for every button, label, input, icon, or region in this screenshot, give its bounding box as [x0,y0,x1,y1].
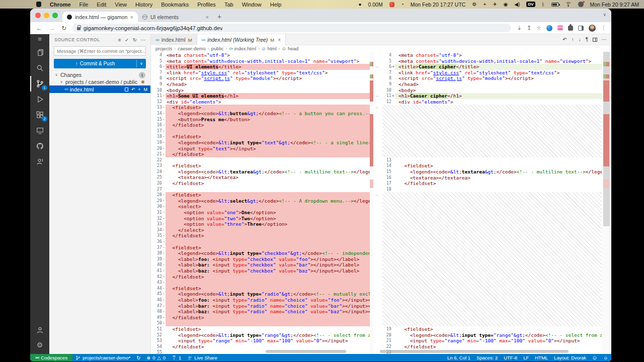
activity-item-remote-explorer[interactable] [30,123,49,138]
status-item-layout[interactable]: Layout: Dvorak [551,354,589,361]
zoom-window-button[interactable] [52,13,58,18]
code-line[interactable]: 51 <fieldset> [151,326,373,332]
editor-tab-working-tree[interactable]: <> index.html (Working Tree) M × [197,34,286,45]
move-icon[interactable]: + [483,2,486,7]
code-line[interactable]: 32- <option value="two">Two</option> [151,216,373,222]
menu-edit[interactable]: Edit [97,2,106,8]
code-line[interactable]: 4<meta charset="utf-8"> [381,52,611,58]
breadcrumb-item-projects[interactable]: projects [155,46,172,51]
diff-revert-arrow-icon[interactable]: → [374,64,379,70]
activity-item-run-debug[interactable] [30,92,49,107]
breadcrumb-item-public[interactable]: public [211,46,224,51]
code-line[interactable]: 19 <fieldset> [381,326,611,332]
more-actions-icon[interactable]: ⋯ [141,37,146,43]
code-line[interactable]: 20 <legend><code>&lt;input type="range"&… [381,332,611,338]
menu-history[interactable]: History [135,2,152,8]
code-line[interactable]: 31- <option value="one">One</option> [151,210,373,216]
problems-indicator[interactable]: ⊗0 △0 [143,354,169,361]
activity-item-settings[interactable]: ⚙ [30,337,49,352]
code-line[interactable]: 14- <legend><code>&lt;button&gt;</code><… [151,111,373,117]
menu-chrome[interactable]: Chrome [50,2,71,8]
diff-revert-arrow-icon[interactable]: → [374,93,379,99]
forward-button[interactable]: → [49,25,55,32]
menu-view[interactable]: View [115,2,127,8]
activity-item-explorer[interactable] [30,45,49,60]
activity-item-source-control[interactable]: 1 [30,76,49,92]
code-line[interactable]: 9</head> [381,81,611,87]
menu-window[interactable]: Window [242,2,262,8]
minimize-window-button[interactable] [44,13,49,18]
next-change-icon[interactable]: ↓ [579,37,581,42]
code-line[interactable]: 43- [151,280,373,286]
code-line[interactable]: 15 <legend><code>&lt;textarea&gt;</code>… [381,169,611,175]
editor-tab-index-html[interactable]: <> index.html M [151,34,197,45]
bookmark-star-icon[interactable]: ☆ [536,25,541,31]
previous-change-icon[interactable]: ↑ [572,37,574,42]
menu-bookmarks[interactable]: Bookmarks [161,2,189,8]
remote-indicator[interactable]: >< Codespaces [30,354,72,361]
code-line[interactable]: 14 <fieldset> [381,163,611,169]
side-panel-icon[interactable] [578,26,584,31]
code-line[interactable]: 41- <label>baz: <input type="checkbox" v… [151,268,373,274]
code-line[interactable]: 53 <input type="range" min="-100" max="1… [151,338,373,344]
code-line[interactable]: 5<meta content="width=device-width,initi… [151,58,373,64]
play-circle-icon[interactable]: ◉ [504,2,508,7]
code-line[interactable]: 21- </fieldset> [151,151,373,157]
code-line[interactable]: 8<script src="script.js" type="module"><… [151,75,373,81]
code-line[interactable]: 21 <input type="range" min="-100" max="1… [381,338,611,344]
horizontal-scrollbar-left[interactable] [266,350,346,353]
back-button[interactable]: ← [36,25,42,32]
modified-overview-ruler[interactable] [602,52,611,354]
activity-item-extensions[interactable]: 2 [30,107,49,123]
status-item-lf[interactable]: LF [520,354,532,361]
code-line[interactable]: 11+<h1>Caeser cipher</h1> [381,93,611,99]
code-line[interactable]: 22 </fieldset> [381,344,611,350]
code-line[interactable]: 18- <fieldset> [151,134,373,140]
profile-avatar[interactable] [589,25,596,32]
code-line[interactable]: 35- </fieldset> [151,233,373,239]
extension-blue-icon[interactable] [546,25,552,31]
code-line[interactable]: 28- <fieldset> [151,192,373,198]
wifi-icon[interactable] [566,2,572,7]
code-line[interactable]: 10<body> [151,87,373,94]
open-file-icon[interactable] [125,87,128,92]
activity-item-menu[interactable]: ≡ [30,34,49,43]
status-item-spaces[interactable]: Spaces: 2 [473,354,501,361]
code-line[interactable]: 27 [151,187,373,193]
code-line[interactable]: 12<div id="elements"> [381,99,611,105]
code-line[interactable]: 40- <label>bar: <input type="checkbox" v… [151,262,373,268]
browser-menu-icon[interactable]: ⋮ [601,25,606,31]
menu-file[interactable]: File [79,2,89,8]
diff-revert-arrow-icon[interactable]: → [374,192,379,198]
commit-dropdown-chevron[interactable]: ∨ [137,59,146,68]
code-line[interactable]: 22 [151,157,373,163]
activity-item-github[interactable] [30,138,49,154]
address-bar[interactable]: gigamonkey-congenial-acorn-6rjqwg6jp34q4… [72,24,511,32]
code-line[interactable]: 7<link href="style.css" rel="stylesheet"… [151,70,373,76]
status-item-ln-6-col-1[interactable]: Ln 6, Col 1 [444,354,473,361]
code-line[interactable]: 4<meta charset="utf-8"> [151,52,373,58]
changes-section-header[interactable]: ∨ Changes 1 [49,71,150,78]
menu-profiles[interactable]: Profiles [197,2,216,8]
code-line[interactable]: 30- <select> [151,204,373,210]
horizontal-scrollbar-right[interactable] [380,350,569,353]
code-line[interactable]: 44- <fieldset> [151,286,373,292]
extensions-puzzle-icon[interactable] [568,26,573,31]
code-line[interactable]: 24 <legend><code>&lt;textarea&gt;</code>… [151,169,373,175]
code-line[interactable]: 38- <legend><code>&lt;input type="checkb… [151,250,373,256]
feedback-button[interactable] [589,354,600,361]
code-line[interactable]: 16 <textarea></textarea> [381,175,611,181]
discard-changes-icon[interactable]: ↶ [131,87,135,92]
code-line[interactable]: 9</head> [151,81,373,87]
changed-file-row-selected[interactable]: <> index.html ↶ + M [49,85,150,93]
close-tab-icon[interactable]: × [278,37,281,43]
code-line[interactable]: 19- <legend><code>&lt;input type="text"&… [151,140,373,146]
stage-changes-icon[interactable]: + [138,87,140,92]
commit-message-input[interactable]: Message (⌘Enter to commit on "project... [54,46,146,56]
code-line[interactable]: 26 </fieldset> [151,180,373,187]
breadcrumb-item-head[interactable]: head [288,46,298,51]
code-line[interactable]: 54 </fieldset> [151,344,373,350]
view-as-tree-icon[interactable]: ≡ [118,37,121,43]
menu-tab[interactable]: Tab [224,2,233,8]
code-line[interactable]: 10<body> [381,87,611,94]
